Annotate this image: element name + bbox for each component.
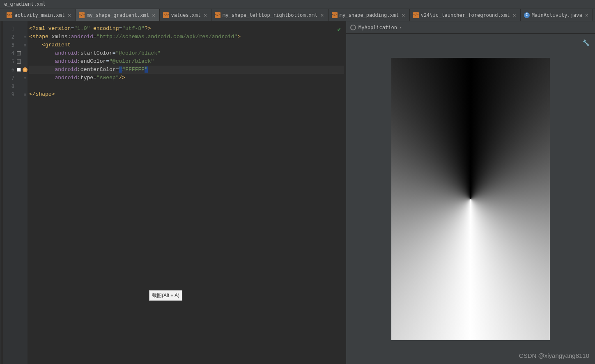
source-code-area[interactable]: ✔ <?xml version="1.0" encoding="utf-8"?>… bbox=[28, 21, 346, 364]
xml-file-icon bbox=[332, 12, 338, 18]
close-icon[interactable]: × bbox=[203, 12, 208, 18]
tab-label: values.xml bbox=[171, 12, 200, 18]
watermark-text: CSDN @xiyangyang8110 bbox=[519, 352, 589, 359]
xml-file-icon bbox=[7, 12, 12, 18]
xml-file-icon bbox=[79, 12, 85, 18]
code-line bbox=[29, 82, 344, 90]
tab-main-activity[interactable]: MainActivity.java × bbox=[521, 9, 593, 21]
breadcrumb-bar: e_gradient.xml bbox=[0, 0, 595, 9]
tab-my-shape-lefttop[interactable]: my_shape_lefttop_rightbottom.xml × bbox=[211, 9, 329, 21]
code-line: <shape xmlns:android="http://schemas.and… bbox=[29, 33, 344, 41]
gutter-line: 9 bbox=[3, 90, 23, 98]
chevron-down-icon[interactable]: ▾ bbox=[400, 25, 402, 30]
color-swatch-icon[interactable] bbox=[17, 60, 21, 64]
tab-label: my_shape_lefttop_rightbottom.xml bbox=[223, 12, 317, 18]
gutter-line: 8 bbox=[3, 82, 23, 90]
xml-file-icon bbox=[163, 12, 169, 18]
fold-toggle-icon[interactable]: ⊟ bbox=[23, 90, 28, 98]
close-icon[interactable]: × bbox=[512, 12, 517, 18]
screenshot-tooltip: 截图(Alt + A) bbox=[149, 290, 182, 301]
intention-bulb-icon[interactable] bbox=[23, 67, 28, 72]
gutter-line: 3 bbox=[3, 41, 23, 49]
tab-my-shape-padding[interactable]: my_shape_padding.xml × bbox=[329, 9, 410, 21]
wrench-icon[interactable]: 🔧 bbox=[582, 39, 589, 46]
close-icon[interactable]: × bbox=[584, 12, 589, 18]
java-class-icon bbox=[524, 12, 530, 18]
tab-label: MainActivity.java bbox=[532, 12, 582, 18]
tab-activity-main[interactable]: activity_main.xml × bbox=[3, 9, 76, 21]
preview-app-name[interactable]: MyApplication bbox=[358, 25, 397, 30]
preview-canvas[interactable]: 🔧 bbox=[346, 34, 595, 364]
close-icon[interactable]: × bbox=[151, 12, 156, 18]
gutter-line: 2 bbox=[3, 33, 23, 41]
tab-my-shape-gradient[interactable]: my_shape_gradient.xml × bbox=[76, 9, 160, 21]
code-line: android:type="sweep"/> bbox=[29, 74, 344, 82]
code-editor-pane: 1 2 3 4 5 6 7 8 9 ⊟ ⊟ ⊟ ⊟ ✔ <?xml versio… bbox=[3, 21, 346, 364]
fold-toggle-icon[interactable]: ⊟ bbox=[23, 33, 28, 41]
gutter-line: 4 bbox=[3, 49, 23, 57]
side-stripe bbox=[0, 21, 3, 364]
gutter-line: 6 bbox=[3, 66, 23, 74]
tab-label: activity_main.xml bbox=[14, 12, 65, 18]
tab-values[interactable]: values.xml × bbox=[160, 9, 211, 21]
code-line: <?xml version="1.0" encoding="utf-8"?> bbox=[29, 25, 344, 33]
xml-file-icon bbox=[413, 12, 419, 18]
editor-tabs-bar: activity_main.xml × my_shape_gradient.xm… bbox=[0, 9, 595, 21]
gutter-line: 7 bbox=[3, 74, 23, 82]
tab-ic-launcher-fg[interactable]: v24\ic_launcher_foreground.xml × bbox=[410, 9, 521, 21]
gutter-line: 5 bbox=[3, 57, 23, 66]
device-preview bbox=[391, 58, 550, 340]
tab-label: my_shape_padding.xml bbox=[340, 12, 399, 18]
color-swatch-icon[interactable] bbox=[17, 68, 21, 72]
close-icon[interactable]: × bbox=[319, 12, 324, 18]
code-line: android:endColor="@color/black" bbox=[29, 57, 344, 66]
color-swatch-icon[interactable] bbox=[17, 51, 21, 55]
fold-column: ⊟ ⊟ ⊟ ⊟ bbox=[23, 21, 28, 364]
code-line: </shape> bbox=[29, 90, 344, 98]
code-line: android:startColor="@color/black" bbox=[29, 49, 344, 57]
gutter-line: 1 bbox=[3, 25, 23, 33]
tab-label: v24\ic_launcher_foreground.xml bbox=[421, 12, 510, 18]
code-line: <gradient bbox=[29, 41, 344, 49]
preview-toolbar: MyApplication ▾ bbox=[346, 21, 595, 34]
main-area: 1 2 3 4 5 6 7 8 9 ⊟ ⊟ ⊟ ⊟ ✔ <?xml versio… bbox=[0, 21, 595, 364]
analysis-ok-icon[interactable]: ✔ bbox=[338, 25, 341, 34]
tab-label: my_shape_gradient.xml bbox=[87, 12, 149, 18]
fold-toggle-icon[interactable]: ⊟ bbox=[23, 74, 28, 82]
fold-toggle-icon[interactable]: ⊟ bbox=[23, 41, 28, 49]
breadcrumb-text: e_gradient.xml bbox=[4, 1, 46, 7]
line-number-gutter: 1 2 3 4 5 6 7 8 9 bbox=[3, 21, 23, 364]
layout-preview-pane: MyApplication ▾ 🔧 bbox=[346, 21, 595, 364]
close-icon[interactable]: × bbox=[67, 12, 72, 18]
target-icon[interactable] bbox=[350, 25, 356, 30]
close-icon[interactable]: × bbox=[401, 12, 406, 18]
code-line-current: android:centerColor="#FFFFFF" bbox=[29, 66, 344, 74]
xml-file-icon bbox=[215, 12, 221, 18]
